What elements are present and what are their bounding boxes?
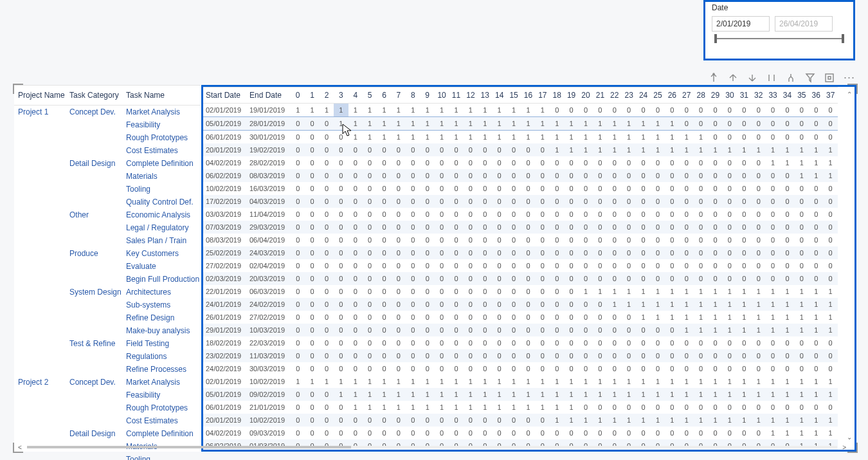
col-day[interactable]: 8: [406, 87, 420, 104]
cell-value[interactable]: 0: [550, 427, 564, 439]
col-day[interactable]: 9: [420, 87, 435, 104]
cell-value[interactable]: 0: [521, 208, 535, 221]
cell-value[interactable]: 0: [536, 195, 550, 208]
cell-project[interactable]: [14, 337, 66, 350]
col-day[interactable]: 5: [363, 87, 377, 104]
cell-value[interactable]: 1: [420, 104, 435, 117]
cell-value[interactable]: 0: [593, 311, 607, 324]
cell-value[interactable]: 0: [752, 246, 766, 259]
cell-value[interactable]: 0: [766, 182, 780, 195]
cell-value[interactable]: 1: [334, 388, 348, 401]
cell-value[interactable]: 1: [320, 104, 334, 117]
cell-value[interactable]: 1: [348, 104, 363, 117]
cell-value[interactable]: 0: [377, 234, 391, 246]
cell-value[interactable]: 0: [305, 388, 319, 401]
cell-value[interactable]: 0: [406, 336, 420, 349]
cell-value[interactable]: 0: [536, 169, 550, 182]
cell-value[interactable]: 1: [766, 156, 780, 169]
cell-value[interactable]: 0: [809, 401, 823, 414]
cell-value[interactable]: 1: [564, 375, 578, 388]
cell-value[interactable]: 0: [550, 272, 564, 285]
scroll-up-arrow[interactable]: ⌃: [847, 91, 852, 98]
cell-value[interactable]: 0: [665, 362, 679, 375]
cell-value[interactable]: 1: [823, 285, 837, 298]
cell-value[interactable]: 1: [406, 131, 420, 144]
cell-value[interactable]: 1: [694, 414, 708, 427]
cell-value[interactable]: 0: [723, 336, 737, 349]
cell-value[interactable]: 0: [377, 169, 391, 182]
cell-value[interactable]: 1: [564, 414, 578, 427]
cell-value[interactable]: 0: [809, 362, 823, 375]
cell-value[interactable]: 0: [478, 208, 492, 221]
cell-value[interactable]: 0: [708, 401, 722, 414]
cell-value[interactable]: 0: [377, 221, 391, 234]
cell-value[interactable]: 0: [377, 182, 391, 195]
cell-value[interactable]: 0: [536, 156, 550, 169]
cell-value[interactable]: 0: [449, 156, 463, 169]
cell-value[interactable]: 0: [348, 259, 363, 272]
cell-value[interactable]: 0: [752, 221, 766, 234]
cell-value[interactable]: 0: [392, 272, 406, 285]
cell-cat[interactable]: System Design: [66, 286, 122, 299]
cell-value[interactable]: 0: [536, 143, 550, 156]
cell-value[interactable]: 1: [449, 104, 463, 117]
cell-value[interactable]: 1: [564, 117, 578, 131]
cell-value[interactable]: 0: [464, 169, 478, 182]
cell-value[interactable]: 0: [752, 401, 766, 414]
cell-value[interactable]: 0: [420, 324, 435, 336]
slider-handle-to[interactable]: [842, 34, 844, 43]
cell-value[interactable]: 1: [809, 143, 823, 156]
col-category[interactable]: Task Category: [66, 86, 122, 106]
date-slicer[interactable]: Date: [703, 0, 855, 60]
cell-value[interactable]: 0: [320, 388, 334, 401]
cell-value[interactable]: 0: [694, 259, 708, 272]
cell-value[interactable]: 0: [348, 311, 363, 324]
cell-value[interactable]: 0: [809, 104, 823, 117]
cell-value[interactable]: 0: [507, 234, 521, 246]
cell-value[interactable]: 0: [795, 401, 809, 414]
cell-value[interactable]: 0: [363, 311, 377, 324]
cell-value[interactable]: 1: [823, 414, 837, 427]
cell-value[interactable]: 0: [608, 234, 622, 246]
cell-value[interactable]: 1: [492, 388, 506, 401]
cell-value[interactable]: 0: [780, 401, 794, 414]
cell-value[interactable]: 1: [665, 414, 679, 427]
cell-value[interactable]: 0: [435, 169, 449, 182]
cell-value[interactable]: 0: [780, 104, 794, 117]
cell-value[interactable]: 0: [636, 182, 650, 195]
cell-value[interactable]: 1: [593, 375, 607, 388]
cell-value[interactable]: 1: [449, 388, 463, 401]
cell-value[interactable]: 1: [636, 143, 650, 156]
cell-value[interactable]: 0: [723, 195, 737, 208]
cell-cat[interactable]: [66, 299, 122, 311]
focus-mode-icon[interactable]: [824, 73, 835, 83]
cell-value[interactable]: 0: [579, 104, 593, 117]
cell-value[interactable]: 0: [521, 169, 535, 182]
cell-value[interactable]: 0: [478, 182, 492, 195]
cell-value[interactable]: 0: [694, 221, 708, 234]
cell-value[interactable]: 0: [608, 311, 622, 324]
cell-value[interactable]: 1: [579, 375, 593, 388]
cell-value[interactable]: 0: [780, 362, 794, 375]
cell-value[interactable]: 0: [723, 259, 737, 272]
cell-value[interactable]: 1: [809, 375, 823, 388]
cell-task[interactable]: Regulations: [122, 350, 201, 363]
cell-value[interactable]: 0: [406, 324, 420, 336]
cell-value[interactable]: 0: [622, 336, 636, 349]
cell-project[interactable]: [14, 208, 66, 221]
cell-value[interactable]: 0: [780, 259, 794, 272]
cell-value[interactable]: 1: [780, 388, 794, 401]
cell-value[interactable]: 1: [608, 375, 622, 388]
cell-value[interactable]: 0: [406, 182, 420, 195]
cell-value[interactable]: 0: [392, 143, 406, 156]
cell-start[interactable]: 24/02/2019: [203, 362, 247, 375]
cell-value[interactable]: 0: [564, 298, 578, 311]
cell-value[interactable]: 0: [823, 131, 837, 144]
cell-project[interactable]: [14, 260, 66, 273]
cell-end[interactable]: 20/03/2019: [247, 272, 291, 285]
col-day[interactable]: 20: [579, 87, 593, 104]
cell-value[interactable]: 0: [550, 156, 564, 169]
cell-value[interactable]: 0: [392, 182, 406, 195]
cell-value[interactable]: 0: [334, 246, 348, 259]
cell-value[interactable]: 0: [492, 311, 506, 324]
